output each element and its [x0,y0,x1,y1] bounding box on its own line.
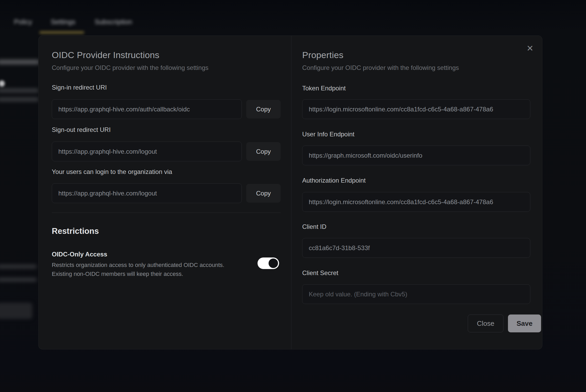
client-id-input[interactable] [302,238,530,258]
save-button[interactable]: Save [508,314,541,332]
blurred-text-line [0,265,37,268]
properties-section: Properties Configure your OIDC provider … [291,36,543,349]
blurred-text-line [0,60,39,64]
authorization-endpoint-input[interactable] [302,192,530,212]
oidc-instructions-section: OIDC Provider Instructions Configure you… [52,36,290,349]
authorization-endpoint-label: Authorization Endpoint [302,177,366,184]
tab-subscription[interactable]: Subscription [95,17,132,27]
section-subtitle: Configure your OIDC provider with the fo… [302,64,459,71]
section-title: OIDC Provider Instructions [52,50,160,60]
toggle-knob [269,259,278,268]
copy-sign-in-uri-button[interactable]: Copy [246,100,281,118]
sign-out-redirect-uri-input[interactable] [52,142,242,161]
copy-login-via-button[interactable]: Copy [246,184,281,203]
restrictions-title: Restrictions [52,226,99,236]
oidc-only-access-description: Restricts organization access to only au… [52,261,224,278]
blurred-text-line [0,278,37,281]
login-via-label: Your users can login to the organization… [52,168,172,176]
blurred-button [0,303,32,319]
oidc-only-access-toggle[interactable] [258,257,279,269]
user-info-endpoint-label: User Info Endpoint [302,131,354,138]
client-secret-input[interactable] [302,284,530,304]
tab-policy[interactable]: Policy [14,17,32,27]
active-tab-underline [39,31,84,34]
blurred-icon [0,80,5,87]
client-secret-label: Client Secret [302,269,338,277]
description-line-1: Restricts organization access to only au… [52,261,224,270]
section-title: Properties [302,50,343,60]
user-info-endpoint-input[interactable] [302,146,530,165]
oidc-provider-modal: ✕ OIDC Provider Instructions Configure y… [38,35,542,349]
token-endpoint-label: Token Endpoint [302,85,346,92]
copy-sign-out-uri-button[interactable]: Copy [246,142,281,161]
sign-out-redirect-uri-label: Sign-out redirect URI [52,126,111,133]
token-endpoint-input[interactable] [302,99,530,119]
blurred-text-line [0,89,39,92]
oidc-only-access-label: OIDC-Only Access [52,251,107,258]
restrictions-divider [52,213,281,213]
section-subtitle: Configure your OIDC provider with the fo… [52,64,208,71]
login-via-input[interactable] [52,183,242,203]
sign-in-redirect-uri-input[interactable] [52,99,242,119]
client-id-label: Client ID [302,223,326,230]
close-button[interactable]: Close [468,314,503,332]
blurred-text-line [0,98,39,101]
sign-in-redirect-uri-label: Sign-in redirect URI [52,84,107,91]
description-line-2: Existing non-OIDC members will keep thei… [52,270,224,278]
tab-settings[interactable]: Settings [51,17,75,27]
page: Policy Settings Subscription ✕ OIDC Prov… [0,0,586,392]
